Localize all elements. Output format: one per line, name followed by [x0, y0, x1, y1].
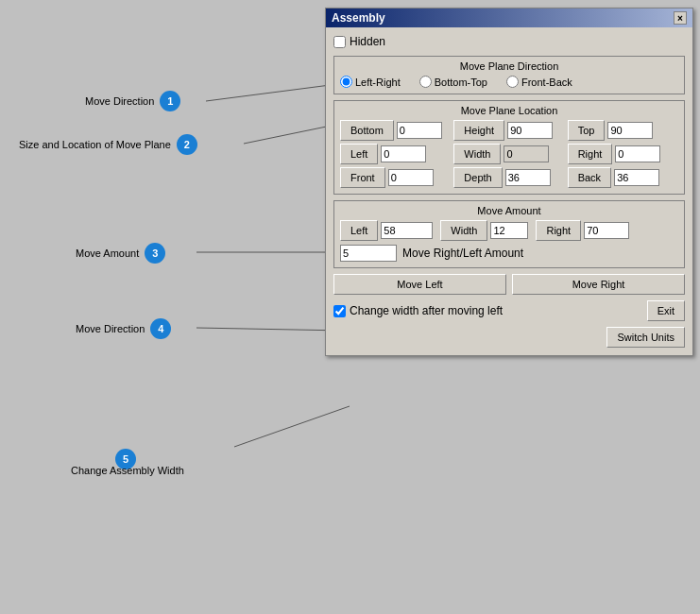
front-input[interactable]	[388, 169, 434, 186]
hidden-checkbox-row: Hidden	[333, 35, 685, 48]
hidden-checkbox[interactable]	[333, 36, 346, 48]
left-location-button[interactable]: Left	[340, 144, 378, 164]
move-rl-input[interactable]	[340, 245, 397, 262]
top-field-group: Top	[568, 120, 678, 141]
radio-row: Left-Right Bottom-Top Front-Back	[340, 76, 678, 88]
change-width-checkbox[interactable]	[333, 305, 346, 317]
radio-front-back[interactable]: Front-Back	[506, 76, 572, 88]
annotation-3: Move Amount 3	[76, 243, 165, 264]
top-input[interactable]	[607, 122, 653, 139]
height-input[interactable]	[507, 122, 553, 139]
left-amount-input[interactable]	[381, 222, 433, 239]
back-field-group: Back	[568, 167, 678, 188]
height-field-group: Height	[453, 120, 564, 141]
right-loc-field-group: Right	[568, 144, 678, 164]
right-loc-button[interactable]: Right	[568, 144, 613, 164]
annotation-1-label: Move Direction	[85, 95, 154, 107]
change-width-row: Change width after moving left	[333, 304, 503, 317]
move-plane-location-group: Move Plane Location Bottom Height Top L	[333, 100, 685, 195]
annotation-5-label: Change Assembly Width	[71, 465, 184, 476]
depth-field-group: Depth	[453, 167, 564, 188]
move-left-button[interactable]: Move Left	[333, 274, 506, 295]
location-grid: Bottom Height Top Left Width	[340, 120, 678, 188]
left-amount-group: Left	[340, 220, 433, 241]
height-button[interactable]: Height	[453, 120, 504, 141]
annotation-4-badge: 4	[150, 318, 171, 339]
width-amount-input[interactable]	[490, 222, 528, 239]
left-location-input[interactable]	[381, 145, 426, 162]
bottom-input[interactable]	[397, 122, 442, 139]
radio-left-right[interactable]: Left-Right	[340, 76, 401, 88]
annotation-3-badge: 3	[145, 243, 165, 264]
change-width-label: Change width after moving left	[350, 304, 503, 317]
switch-units-row: Switch Units	[333, 327, 685, 348]
annotation-4-label: Move Direction	[76, 323, 145, 334]
move-plane-direction-label: Move Plane Direction	[340, 60, 678, 72]
annotation-4: Move Direction 4	[76, 318, 171, 339]
annotation-2-label: Size and Location of Move Plane	[19, 139, 171, 150]
dialog-title: Assembly	[332, 11, 385, 25]
dialog-close-button[interactable]: ×	[674, 11, 687, 25]
action-buttons-row: Move Left Move Right	[333, 274, 685, 295]
radio-bottom-top[interactable]: Bottom-Top	[419, 76, 487, 88]
assembly-dialog: Assembly × Hidden Move Plane Direction L…	[325, 8, 693, 356]
annotation-3-label: Move Amount	[76, 247, 139, 259]
move-amount-group: Move Amount Left Width Right Move Right/…	[333, 200, 685, 268]
move-amount-row: Left Width Right	[340, 220, 678, 241]
right-loc-input[interactable]	[615, 145, 660, 162]
top-button[interactable]: Top	[568, 120, 606, 141]
back-input[interactable]	[614, 169, 659, 186]
left-amount-button[interactable]: Left	[340, 220, 378, 241]
depth-button[interactable]: Depth	[453, 167, 502, 188]
radio-bottom-top-label: Bottom-Top	[435, 77, 487, 88]
width-amount-button[interactable]: Width	[440, 220, 487, 241]
exit-button[interactable]: Exit	[647, 300, 685, 321]
radio-left-right-label: Left-Right	[355, 77, 401, 88]
radio-front-back-label: Front-Back	[521, 77, 572, 88]
bottom-row: Change width after moving left Exit	[333, 300, 685, 321]
right-amount-group: Right	[536, 220, 629, 241]
annotation-1: Move Direction 1	[85, 91, 180, 111]
width-loc-button[interactable]: Width	[453, 144, 501, 164]
bottom-field-group: Bottom	[340, 120, 451, 141]
width-loc-field-group: Width	[453, 144, 564, 164]
move-right-button[interactable]: Move Right	[512, 274, 685, 295]
front-button[interactable]: Front	[340, 167, 385, 188]
back-button[interactable]: Back	[568, 167, 611, 188]
move-amount-label: Move Amount	[340, 205, 678, 216]
move-rl-row: Move Right/Left Amount	[340, 245, 678, 262]
hidden-label: Hidden	[350, 35, 385, 48]
front-field-group: Front	[340, 167, 451, 188]
bottom-button[interactable]: Bottom	[340, 120, 394, 141]
right-amount-input[interactable]	[584, 222, 629, 239]
depth-input[interactable]	[505, 169, 551, 186]
move-rl-label: Move Right/Left Amount	[402, 247, 523, 260]
right-amount-button[interactable]: Right	[536, 220, 581, 241]
switch-units-button[interactable]: Switch Units	[606, 327, 685, 348]
width-loc-input[interactable]	[504, 145, 549, 162]
move-plane-location-label: Move Plane Location	[340, 105, 678, 116]
move-plane-direction-group: Move Plane Direction Left-Right Bottom-T…	[333, 56, 685, 94]
annotation-1-badge: 1	[160, 91, 180, 111]
left-field-group: Left	[340, 144, 451, 164]
width-amount-group: Width	[440, 220, 528, 241]
annotation-2: Size and Location of Move Plane 2	[19, 134, 197, 155]
annotation-2-badge: 2	[177, 134, 197, 155]
dialog-titlebar: Assembly ×	[326, 9, 692, 27]
dialog-content: Hidden Move Plane Direction Left-Right B…	[326, 27, 692, 355]
